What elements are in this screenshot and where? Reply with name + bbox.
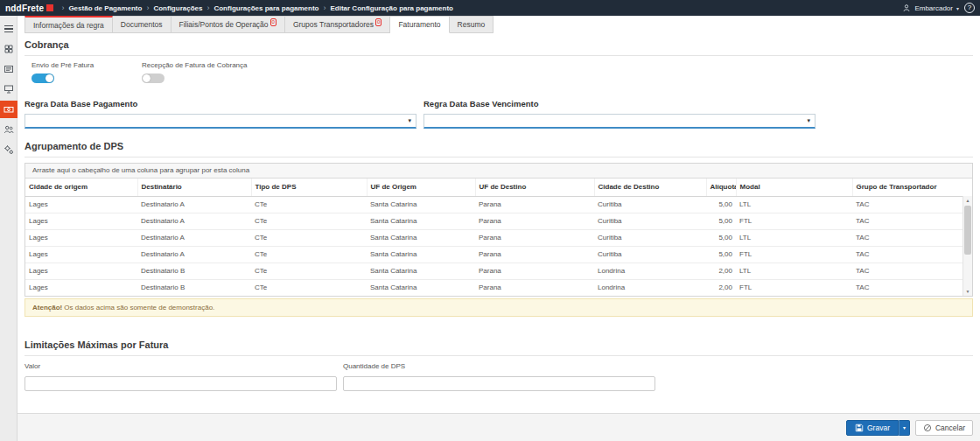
column-header[interactable]: UF de Origem	[367, 178, 475, 196]
tab[interactable]: Filiais/Pontos de Operação 0	[172, 16, 285, 33]
breadcrumb-item[interactable]: Gestão de Pagamento	[68, 4, 142, 12]
column-header[interactable]: Cidade de origem	[25, 178, 137, 196]
toggle-switch-recepcao-fatura[interactable]	[142, 74, 164, 83]
scroll-down-icon[interactable]: ▼	[963, 287, 972, 296]
invoices-icon[interactable]	[0, 60, 18, 78]
group-by-dropzone[interactable]: Arraste aqui o cabeçalho de uma coluna p…	[25, 164, 972, 178]
cancel-button-label: Cancelar	[935, 424, 965, 432]
regra-data-base-pagamento-select[interactable]: ▾	[24, 114, 416, 129]
menu-icon[interactable]	[0, 20, 18, 38]
table-cell: Lages	[25, 213, 137, 229]
tab-label: Resumo	[458, 20, 486, 29]
column-header[interactable]: Cidade de Destino	[594, 178, 706, 196]
column-header[interactable]: UF de Destino	[475, 178, 594, 196]
quantidade-dps-input[interactable]	[343, 376, 655, 391]
topbar-right: Embarcador ▾ ?	[902, 3, 975, 13]
payments-icon[interactable]	[0, 101, 18, 118]
billing-toggles: Envio de Pré Fatura Recepção de Fatura d…	[32, 61, 973, 83]
tab[interactable]: Resumo	[450, 16, 494, 33]
save-split-button: Gravar ▾	[846, 420, 910, 436]
table-cell: 5,00	[706, 246, 736, 262]
table-cell: Destinatario A	[137, 196, 251, 213]
breadcrumb-item[interactable]: Configurações	[153, 4, 202, 12]
warning-text: Os dados acima são somente de demonstraç…	[64, 304, 214, 312]
tab[interactable]: Informações da regra	[24, 16, 113, 33]
table-cell: Parana	[475, 262, 594, 279]
table-row[interactable]: Lages Destinatario A CTe Santa Catarina …	[25, 213, 962, 229]
monitoring-icon[interactable]	[0, 80, 18, 98]
demo-data-warning: Atenção!Os dados acima são somente de de…	[24, 298, 973, 317]
tab-bar: Informações da regra Documentos Filiais/…	[18, 16, 980, 33]
table-cell: Lages	[25, 279, 137, 296]
table-cell: Santa Catarina	[367, 213, 475, 229]
column-header[interactable]: Grupo de Transportador	[852, 178, 962, 196]
table-cell: Parana	[475, 279, 594, 296]
table-row[interactable]: Lages Destinatario A CTe Santa Catarina …	[25, 246, 962, 262]
warning-strong: Atenção!	[32, 304, 62, 312]
scrollbar-thumb[interactable]	[964, 206, 971, 255]
cancel-button[interactable]: Cancelar	[915, 420, 973, 436]
tab-badge: 0	[375, 18, 382, 26]
table-cell: 5,00	[706, 229, 736, 246]
column-header[interactable]: Modal	[736, 178, 852, 196]
column-header[interactable]: Alíquota	[706, 178, 736, 196]
chevron-down-icon: ▾	[807, 117, 810, 124]
date-base-rules: Regra Data Base Pagamento ▾ Regra Data B…	[24, 99, 973, 129]
table-cell: Destinatario A	[137, 213, 251, 229]
cancel-icon	[923, 424, 932, 432]
scroll-up-icon[interactable]: ▲	[963, 196, 972, 205]
table-row[interactable]: Lages Destinatario B CTe Santa Catarina …	[25, 262, 962, 279]
table-row[interactable]: Lages Destinatario A CTe Santa Catarina …	[25, 229, 962, 246]
toggle-knob	[143, 74, 150, 82]
tab-label: Grupos Transportadores	[293, 20, 374, 29]
valor-input[interactable]	[24, 376, 337, 391]
table-cell: CTe	[251, 196, 367, 213]
tab[interactable]: Faturamento	[390, 16, 449, 33]
table-cell: Santa Catarina	[367, 262, 475, 279]
save-button-label: Gravar	[867, 424, 890, 432]
breadcrumb-separator-icon: ›	[146, 4, 149, 12]
scrollbar-track[interactable]	[963, 205, 972, 287]
brand-logo: nddFrete	[5, 4, 53, 13]
select-field-data-base-vencimento: Regra Data Base Vencimento ▾	[424, 99, 816, 129]
regra-data-base-vencimento-select[interactable]: ▾	[424, 114, 816, 129]
table-cell: Lages	[25, 262, 137, 279]
column-header[interactable]: Destinatário	[137, 178, 251, 196]
column-header[interactable]: Tipo de DPS	[251, 178, 367, 196]
user-menu[interactable]: Embarcador ▾	[902, 4, 959, 12]
app-window: nddFrete › Gestão de Pagamento › Configu…	[0, 0, 980, 441]
table-cell: Curitiba	[594, 213, 706, 229]
table-cell: Parana	[475, 196, 594, 213]
table-row[interactable]: Lages Destinatario B CTe Santa Catarina …	[25, 279, 962, 296]
breadcrumb-item[interactable]: Editar Configuração para pagamento	[330, 4, 452, 12]
save-button[interactable]: Gravar	[846, 420, 899, 436]
breadcrumb-separator-icon: ›	[323, 4, 326, 12]
table-cell: CTe	[251, 246, 367, 262]
users-icon[interactable]	[0, 121, 18, 138]
toggle-switch-envio-pre-fatura[interactable]	[32, 74, 54, 83]
table-scrollbar[interactable]: ▲ ▼	[962, 196, 972, 296]
user-icon	[902, 4, 911, 12]
save-icon	[855, 424, 864, 432]
table-cell: 5,00	[706, 196, 736, 213]
tab[interactable]: Grupos Transportadores 0	[285, 16, 390, 33]
tab-label: Faturamento	[398, 20, 440, 29]
breadcrumb-item[interactable]: Configurações para pagamento	[214, 4, 318, 12]
save-options-button[interactable]: ▾	[899, 420, 910, 436]
tab[interactable]: Documentos	[113, 16, 172, 33]
breadcrumb-entry: › Configurações para pagamento	[202, 4, 318, 12]
dashboard-icon[interactable]	[0, 40, 18, 58]
tab-label: Documentos	[121, 20, 163, 29]
table-cell: 2,00	[706, 262, 736, 279]
table-cell: Curitiba	[594, 246, 706, 262]
action-footer: Gravar ▾ Cancelar	[18, 413, 980, 441]
services-icon[interactable]	[0, 141, 18, 158]
help-icon[interactable]: ?	[964, 3, 975, 13]
toggle-field-recepcao-fatura: Recepção de Fatura de Cobrança	[142, 61, 248, 83]
section-title-limites: Limitações Máximas por Fatura	[24, 340, 973, 356]
breadcrumb: › Gestão de Pagamento › Configurações › …	[57, 4, 453, 12]
table-cell: LTL	[736, 262, 852, 279]
limit-fields: Valor Quantidade de DPS	[24, 362, 973, 391]
table-row[interactable]: Lages Destinatario A CTe Santa Catarina …	[25, 196, 962, 213]
table-cell: Santa Catarina	[367, 229, 475, 246]
